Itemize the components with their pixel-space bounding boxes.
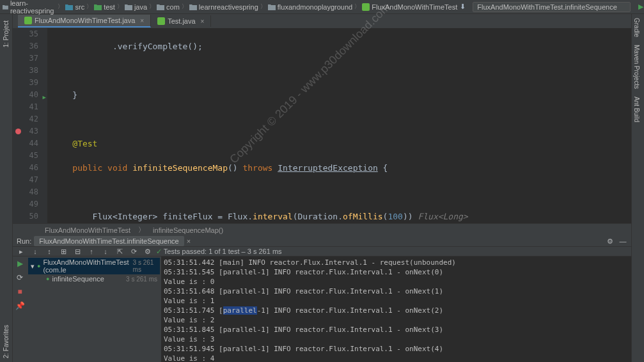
ant-tool-tab[interactable]: Ant Build — [632, 93, 641, 126]
expand-all-icon[interactable]: ⊞ — [59, 247, 68, 256]
close-icon[interactable]: × — [187, 237, 191, 245]
next-icon[interactable]: ↓ — [101, 247, 110, 256]
breadcrumb: learn-reactivespring〉 src〉 test〉 java〉 c… — [3, 0, 457, 15]
run-tab[interactable]: FluxAndMonoWithTimeTest.infiniteSequence — [34, 236, 184, 246]
test-tree[interactable]: ▾ ● FluxAndMonoWithTimeTest (com.le 3 s … — [27, 256, 161, 362]
project-tool-tab[interactable]: 1: Project — [1, 17, 11, 51]
left-tool-window-bar: 1: Project 2: Favorites — [0, 14, 13, 362]
filter-icon[interactable]: ↕ — [45, 247, 54, 256]
breadcrumb-item[interactable]: fluxandmonoplayground — [268, 3, 352, 11]
breadcrumb-item[interactable]: com — [157, 3, 180, 11]
run-toolbar: ▸ ↓ ↕ ⊞ ⊟ ↑ ↓ ⇱ ⟳ ⚙ ✓ Tests passed: 1 of… — [13, 246, 631, 256]
pass-icon: ● — [46, 276, 49, 282]
settings-icon[interactable]: ⚙ — [606, 237, 615, 246]
stop-icon[interactable]: ■ — [15, 287, 24, 296]
code-body[interactable]: .verifyComplete(); } @Test public void i… — [47, 28, 631, 223]
collapse-icon[interactable]: ↓ — [31, 247, 40, 256]
breadcrumb-item[interactable]: learn-reactivespring — [3, 0, 56, 15]
expand-icon[interactable]: ▸ — [17, 247, 26, 256]
history-icon[interactable]: ⟳ — [129, 247, 138, 256]
close-icon[interactable]: × — [201, 18, 205, 25]
editor-tabs: FluxAndMonoWithTimeTest.java× Test.java× — [0, 14, 644, 28]
structure-breadcrumb: FluxAndMonoWithTimeTest 〉 infiniteSequen… — [13, 223, 631, 236]
export-icon[interactable]: ⇱ — [115, 247, 124, 256]
maven-tool-tab[interactable]: Maven Projects — [632, 41, 641, 93]
code-editor[interactable]: 35 36 37 38 39 40▶ 41 42 43 44 45 46 47 … — [13, 28, 631, 223]
run-button[interactable]: ▶ — [636, 2, 644, 12]
pass-icon: ● — [37, 263, 40, 269]
run-title: Run: — [17, 237, 31, 245]
run-gutter-icon[interactable]: ▶ — [43, 91, 46, 104]
java-file-icon — [24, 17, 32, 24]
editor-tab[interactable]: Test.java× — [151, 15, 211, 27]
test-tree-item[interactable]: ● infiniteSequence 3 s 261 ms — [28, 274, 160, 283]
rerun-failed-icon[interactable]: ⟳ — [15, 273, 24, 282]
top-navigation: learn-reactivespring〉 src〉 test〉 java〉 c… — [0, 0, 644, 14]
gutter[interactable]: 35 36 37 38 39 40▶ 41 42 43 44 45 46 47 … — [13, 28, 47, 223]
toolbar-right: ⬇ FluxAndMonoWithTimeTest.infiniteSequen… — [457, 2, 644, 12]
gradle-tool-tab[interactable]: Gradle — [632, 14, 641, 41]
console-output[interactable]: 05:31:51.442 [main] INFO reactor.Flux.In… — [161, 256, 631, 362]
build-icon[interactable]: ⬇ — [457, 2, 467, 12]
collapse-all-icon[interactable]: ⊟ — [73, 247, 82, 256]
breadcrumb-class[interactable]: FluxAndMonoWithTimeTest — [45, 226, 130, 234]
breadcrumb-item[interactable]: test — [94, 3, 115, 11]
run-side-toolbar: ▶ ⟳ ■ 📌 — [13, 256, 27, 362]
run-header: Run: FluxAndMonoWithTimeTest.infiniteSeq… — [13, 236, 631, 246]
prev-icon[interactable]: ↑ — [87, 247, 96, 256]
run-configuration-select[interactable]: FluxAndMonoWithTimeTest.infiniteSequence — [473, 2, 630, 12]
rerun-icon[interactable]: ▶ — [15, 259, 24, 268]
settings-icon[interactable]: ⚙ — [143, 247, 152, 256]
editor-tab[interactable]: FluxAndMonoWithTimeTest.java× — [18, 15, 151, 28]
run-tool-window: Run: FluxAndMonoWithTimeTest.infiniteSeq… — [13, 236, 631, 362]
close-icon[interactable]: × — [140, 17, 144, 24]
test-status: ✓ Tests passed: 1 of 1 test – 3 s 261 ms — [156, 248, 282, 256]
right-tool-window-bar: Gradle Maven Projects Ant Build — [631, 14, 644, 362]
breadcrumb-method[interactable]: infiniteSequenceMap() — [153, 226, 223, 234]
test-tree-item[interactable]: ▾ ● FluxAndMonoWithTimeTest (com.le 3 s … — [28, 258, 160, 274]
pin-icon[interactable]: 📌 — [15, 301, 24, 310]
breadcrumb-item[interactable]: java — [125, 3, 147, 11]
class-icon — [362, 3, 370, 11]
favorites-tool-tab[interactable]: 2: Favorites — [1, 321, 11, 362]
java-file-icon — [157, 17, 165, 25]
breadcrumb-item[interactable]: learnreactivespring — [189, 3, 258, 11]
breadcrumb-item[interactable]: FluxAndMonoWithTimeTest — [362, 3, 457, 11]
breakpoint-icon[interactable] — [15, 129, 21, 134]
chevron-down-icon[interactable]: ▾ — [31, 262, 35, 271]
minimize-icon[interactable]: — — [618, 237, 627, 246]
breadcrumb-item[interactable]: src — [65, 3, 84, 11]
